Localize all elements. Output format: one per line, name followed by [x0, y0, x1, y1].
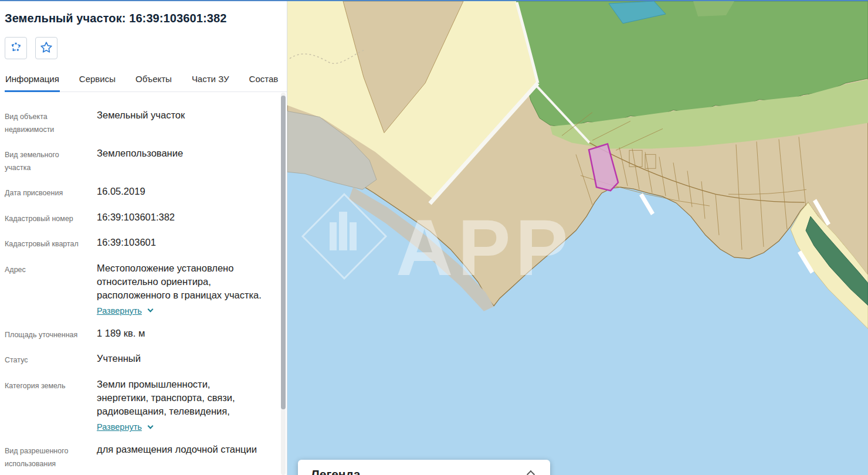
chevron-up-icon[interactable]	[527, 470, 535, 475]
field-value: Земли промышленности, энергетики, трансп…	[97, 378, 272, 418]
chevron-down-icon	[147, 307, 153, 313]
page-title: Земельный участок: 16:39:103601:382	[5, 12, 273, 25]
field-label: Вид разрешенного использования	[5, 443, 82, 470]
info-row: Вид объекта недвижимостиЗемельный участо…	[5, 108, 272, 136]
field-label: Статус	[5, 352, 82, 367]
info-row: АдресМестоположение установлено относите…	[5, 262, 272, 316]
watermark-text: АРР	[396, 203, 573, 292]
field-label: Вид земельного участка	[5, 147, 82, 174]
field-value: Местоположение установлено относительно …	[97, 262, 272, 302]
field-value: 16.05.2019	[97, 185, 272, 198]
field-value: 16:39:103601	[97, 236, 272, 249]
field-label: Площадь уточненная	[5, 327, 82, 342]
field-label: Адрес	[5, 262, 82, 277]
app-window: Земельный участок: 16:39:103601:382	[0, 0, 868, 475]
tab-item[interactable]: Состав	[249, 69, 279, 92]
tab-item[interactable]: Части ЗУ	[191, 69, 230, 92]
scrollbar-thumb[interactable]	[281, 96, 286, 409]
info-row: СтатусУчтенный	[5, 352, 272, 367]
action-buttons	[5, 37, 287, 59]
field-value: Земельный участок	[97, 108, 272, 122]
chevron-down-icon	[147, 423, 153, 429]
field-value: 1 189 кв. м	[97, 327, 272, 340]
map-area[interactable]: АРР Легенда	[287, 1, 868, 475]
show-on-plan-button[interactable]	[5, 37, 27, 59]
info-row: Дата присвоения16.05.2019	[5, 185, 272, 200]
info-row: Кадастровый номер16:39:103601:382	[5, 211, 272, 226]
info-row: Категория земельЗемли промышленности, эн…	[5, 378, 272, 432]
info-list: Вид объекта недвижимостиЗемельный участо…	[5, 108, 287, 475]
star-icon	[39, 40, 53, 56]
tab-item[interactable]: Информация	[5, 69, 60, 92]
field-value: Учтенный	[97, 352, 272, 365]
field-label: Дата присвоения	[5, 185, 82, 200]
field-value: для размещения лодочной станции	[97, 443, 272, 456]
info-row: Вид земельного участкаЗемлепользование	[5, 147, 272, 174]
info-row: Кадастровый квартал16:39:103601	[5, 236, 272, 251]
field-label: Категория земель	[5, 378, 82, 393]
plan-icon	[9, 41, 22, 56]
expand-link[interactable]: Развернуть	[97, 306, 152, 315]
field-label: Кадастровый номер	[5, 211, 82, 226]
field-label: Кадастровый квартал	[5, 236, 82, 251]
field-label: Вид объекта недвижимости	[5, 108, 82, 136]
favorite-button[interactable]	[35, 37, 57, 59]
parcel-info-panel: Земельный участок: 16:39:103601:382	[0, 1, 287, 475]
expand-link[interactable]: Развернуть	[97, 422, 152, 432]
field-value: 16:39:103601:382	[97, 211, 272, 224]
tabs: ИнформацияСервисыОбъектыЧасти ЗУСостав	[5, 69, 287, 92]
field-value: Землепользование	[97, 147, 272, 160]
legend-title: Легенда	[311, 467, 361, 475]
tab-item[interactable]: Сервисы	[79, 69, 116, 92]
legend-panel[interactable]: Легенда	[298, 460, 550, 475]
info-row: Вид разрешенного использованиядля размещ…	[5, 443, 272, 470]
tab-item[interactable]: Объекты	[135, 69, 172, 92]
panel-scrollbar[interactable]	[281, 93, 286, 475]
map-canvas[interactable]: АРР	[287, 1, 868, 475]
info-row: Площадь уточненная1 189 кв. м	[5, 327, 272, 342]
